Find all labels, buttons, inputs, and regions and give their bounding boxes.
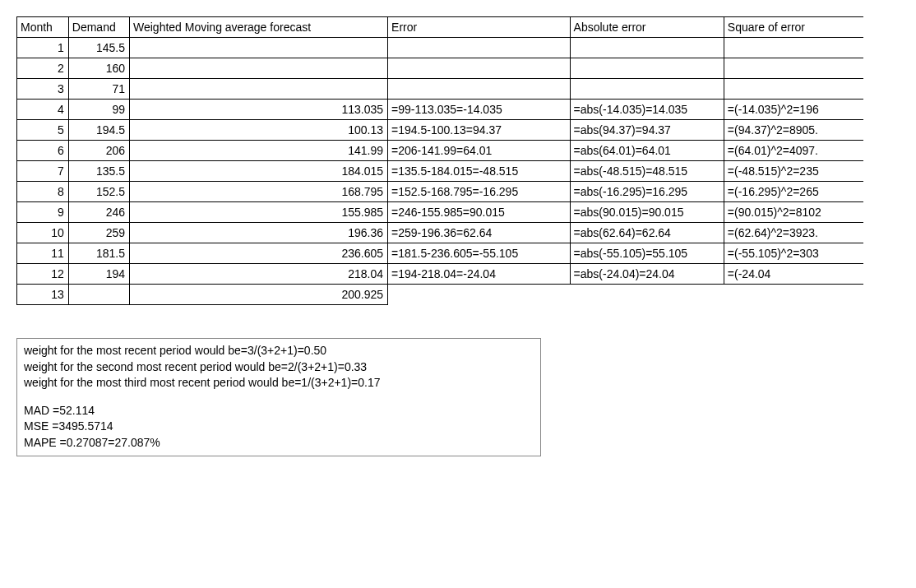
cell-forecast: 218.04 xyxy=(130,264,388,285)
cell-abs xyxy=(570,79,724,100)
cell-forecast xyxy=(130,79,388,100)
cell-month: 1 xyxy=(17,38,69,58)
note-weight2: weight for the second most recent period… xyxy=(24,359,534,376)
cell-forecast: 236.605 xyxy=(130,243,388,264)
table-row: 6 206 141.99 =206-141.99=64.01 =abs(64.0… xyxy=(17,141,864,161)
table-row: 1 145.5 xyxy=(17,38,864,58)
cell-error: =246-155.985=90.015 xyxy=(388,202,571,223)
header-demand: Demand xyxy=(68,17,129,38)
cell-month: 5 xyxy=(17,120,69,141)
table-body: 1 145.5 2 160 3 71 xyxy=(17,38,864,305)
cell-demand xyxy=(68,285,129,305)
cell-abs: =abs(-14.035)=14.035 xyxy=(570,100,724,120)
cell-demand: 246 xyxy=(68,202,129,223)
cell-error: =181.5-236.605=-55.105 xyxy=(388,243,571,264)
cell-forecast: 168.795 xyxy=(130,182,388,202)
table-row: 12 194 218.04 =194-218.04=-24.04 =abs(-2… xyxy=(17,264,864,285)
table-row: 5 194.5 100.13 =194.5-100.13=94.37 =abs(… xyxy=(17,120,864,141)
cell-sq: =(-48.515)^2=235 xyxy=(724,161,863,182)
cell-sq: =(90.015)^2=8102 xyxy=(724,202,863,223)
cell-month: 11 xyxy=(17,243,69,264)
cell-abs xyxy=(570,58,724,79)
cell-error: =206-141.99=64.01 xyxy=(388,141,571,161)
note-mad: MAD =52.114 xyxy=(24,403,534,419)
notes-box: weight for the most recent period would … xyxy=(16,338,541,456)
cell-forecast xyxy=(130,38,388,58)
note-weight3: weight for the most third most recent pe… xyxy=(24,375,534,391)
cell-error xyxy=(388,79,571,100)
cell-forecast: 196.36 xyxy=(130,223,388,243)
cell-abs: =abs(-48.515)=48.515 xyxy=(570,161,724,182)
cell-forecast: 113.035 xyxy=(130,100,388,120)
cell-error xyxy=(388,58,571,79)
cell-error xyxy=(388,285,571,305)
cell-demand: 152.5 xyxy=(68,182,129,202)
cell-month: 13 xyxy=(17,285,69,305)
cell-demand: 194 xyxy=(68,264,129,285)
cell-demand: 206 xyxy=(68,141,129,161)
cell-demand: 194.5 xyxy=(68,120,129,141)
cell-forecast: 155.985 xyxy=(130,202,388,223)
header-sq: Square of error xyxy=(724,17,863,38)
cell-demand: 135.5 xyxy=(68,161,129,182)
cell-abs xyxy=(570,38,724,58)
header-abs: Absolute error xyxy=(570,17,724,38)
cell-month: 9 xyxy=(17,202,69,223)
table-row: 2 160 xyxy=(17,58,864,79)
cell-sq: =(-55.105)^2=303 xyxy=(724,243,863,264)
cell-sq: =(-24.04 xyxy=(724,264,863,285)
cell-month: 6 xyxy=(17,141,69,161)
cell-month: 4 xyxy=(17,100,69,120)
table-row: 9 246 155.985 =246-155.985=90.015 =abs(9… xyxy=(17,202,864,223)
cell-abs: =abs(94.37)=94.37 xyxy=(570,120,724,141)
cell-month: 10 xyxy=(17,223,69,243)
header-error: Error xyxy=(388,17,571,38)
cell-sq xyxy=(724,285,863,305)
cell-demand: 99 xyxy=(68,100,129,120)
cell-error: =135.5-184.015=-48.515 xyxy=(388,161,571,182)
cell-demand: 259 xyxy=(68,223,129,243)
table-row: 4 99 113.035 =99-113.035=-14.035 =abs(-1… xyxy=(17,100,864,120)
cell-sq xyxy=(724,79,863,100)
note-weight1: weight for the most recent period would … xyxy=(24,343,534,359)
header-forecast: Weighted Moving average forecast xyxy=(130,17,388,38)
cell-error: =259-196.36=62.64 xyxy=(388,223,571,243)
header-row: Month Demand Weighted Moving average for… xyxy=(17,17,864,38)
cell-abs: =abs(-55.105)=55.105 xyxy=(570,243,724,264)
table-row: 13 200.925 xyxy=(17,285,864,305)
cell-error: =152.5-168.795=-16.295 xyxy=(388,182,571,202)
table-row: 3 71 xyxy=(17,79,864,100)
cell-demand: 145.5 xyxy=(68,38,129,58)
table-row: 11 181.5 236.605 =181.5-236.605=-55.105 … xyxy=(17,243,864,264)
cell-abs: =abs(90.015)=90.015 xyxy=(570,202,724,223)
cell-month: 2 xyxy=(17,58,69,79)
table-row: 8 152.5 168.795 =152.5-168.795=-16.295 =… xyxy=(17,182,864,202)
header-month: Month xyxy=(17,17,69,38)
cell-forecast: 100.13 xyxy=(130,120,388,141)
cell-forecast xyxy=(130,58,388,79)
cell-abs: =abs(64.01)=64.01 xyxy=(570,141,724,161)
cell-demand: 71 xyxy=(68,79,129,100)
cell-error: =99-113.035=-14.035 xyxy=(388,100,571,120)
cell-forecast: 184.015 xyxy=(130,161,388,182)
cell-abs: =abs(-16.295)=16.295 xyxy=(570,182,724,202)
cell-sq: =(-16.295)^2=265 xyxy=(724,182,863,202)
cell-abs: =abs(62.64)=62.64 xyxy=(570,223,724,243)
cell-abs xyxy=(570,285,724,305)
cell-sq: =(64.01)^2=4097. xyxy=(724,141,863,161)
cell-error: =194.5-100.13=94.37 xyxy=(388,120,571,141)
cell-forecast: 141.99 xyxy=(130,141,388,161)
cell-error: =194-218.04=-24.04 xyxy=(388,264,571,285)
cell-error xyxy=(388,38,571,58)
note-mape: MAPE =0.27087=27.087% xyxy=(24,435,534,451)
cell-month: 3 xyxy=(17,79,69,100)
cell-sq: =(-14.035)^2=196 xyxy=(724,100,863,120)
cell-sq xyxy=(724,38,863,58)
cell-month: 7 xyxy=(17,161,69,182)
forecast-table-container: Month Demand Weighted Moving average for… xyxy=(16,16,900,305)
cell-sq xyxy=(724,58,863,79)
cell-month: 12 xyxy=(17,264,69,285)
cell-demand: 181.5 xyxy=(68,243,129,264)
cell-abs: =abs(-24.04)=24.04 xyxy=(570,264,724,285)
cell-sq: =(94.37)^2=8905. xyxy=(724,120,863,141)
